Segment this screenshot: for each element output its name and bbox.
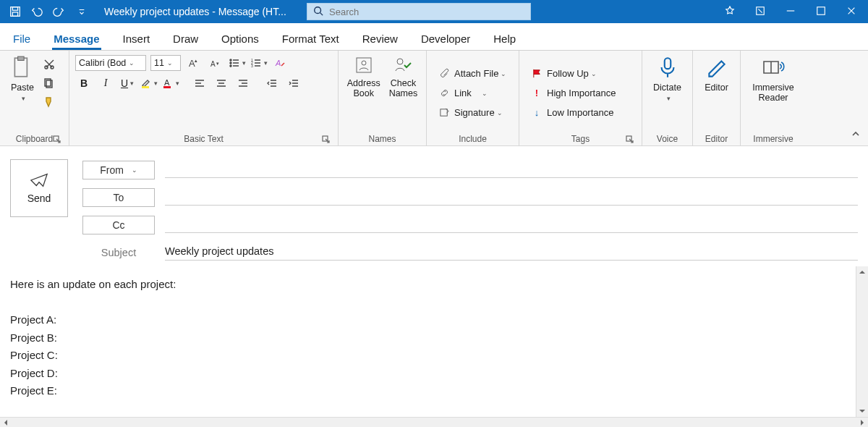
signature-icon xyxy=(437,107,451,118)
cc-field[interactable] xyxy=(165,217,858,233)
tab-message[interactable]: Message xyxy=(52,33,101,50)
search-input[interactable] xyxy=(329,7,524,17)
qat-customize-icon[interactable] xyxy=(78,5,85,18)
body-line: Project D: xyxy=(10,365,858,382)
vertical-scrollbar[interactable] xyxy=(856,266,868,417)
svg-rect-24 xyxy=(142,86,149,88)
bold-button[interactable]: B xyxy=(75,75,93,91)
tab-file[interactable]: File xyxy=(12,33,32,50)
copy-button[interactable] xyxy=(41,75,58,91)
immersive-reader-button[interactable]: Immersive Reader xyxy=(748,54,799,132)
clear-formatting-button[interactable]: A xyxy=(272,55,289,71)
dialog-launcher-clipboard[interactable] xyxy=(53,135,61,144)
bullets-button[interactable]: ▾ xyxy=(229,55,246,71)
tab-format-text[interactable]: Format Text xyxy=(281,33,341,50)
subject-label: Subject xyxy=(82,247,155,258)
scroll-down-icon[interactable] xyxy=(856,405,868,417)
group-basic-text: Calibri (Bod⌄ 11⌄ A▴ A▾ ▾ 123▾ A B I U▾ … xyxy=(69,51,339,145)
font-family-select[interactable]: Calibri (Bod⌄ xyxy=(75,55,146,71)
editor-button[interactable]: Editor xyxy=(700,54,733,132)
italic-button[interactable]: I xyxy=(97,75,114,91)
svg-point-30 xyxy=(397,59,403,64)
svg-rect-31 xyxy=(440,109,446,116)
tab-draw[interactable]: Draw xyxy=(171,33,200,50)
tab-insert[interactable]: Insert xyxy=(122,33,152,50)
svg-point-29 xyxy=(362,61,366,65)
from-button[interactable]: From ⌄ xyxy=(82,161,155,179)
send-button[interactable]: Send xyxy=(10,159,68,217)
minimize-icon[interactable] xyxy=(786,6,796,18)
quick-access-toolbar xyxy=(0,5,85,18)
search-box[interactable] xyxy=(307,3,531,20)
to-field[interactable] xyxy=(165,190,858,206)
signature-button[interactable]: Signature⌄ xyxy=(437,104,503,122)
dialog-launcher-tags[interactable] xyxy=(626,135,634,144)
coming-soon-icon[interactable] xyxy=(725,6,735,18)
tab-options[interactable]: Options xyxy=(220,33,260,50)
microphone-icon xyxy=(655,55,680,80)
display-options-icon[interactable] xyxy=(755,6,765,18)
numbering-button[interactable]: 123▾ xyxy=(250,55,268,71)
scroll-up-icon[interactable] xyxy=(856,266,868,278)
high-importance-button[interactable]: !High Importance xyxy=(529,85,616,102)
highlight-button[interactable]: ▾ xyxy=(140,75,158,91)
follow-up-button[interactable]: Follow Up⌄ xyxy=(529,65,597,83)
subject-field[interactable]: Weekly project updates xyxy=(165,245,858,261)
to-button[interactable]: To xyxy=(82,188,155,207)
svg-text:A: A xyxy=(210,60,216,68)
dictate-button[interactable]: Dictate▾ xyxy=(649,54,686,132)
dialog-launcher-basic-text[interactable] xyxy=(322,135,331,144)
svg-rect-0 xyxy=(11,7,20,17)
cut-button[interactable] xyxy=(41,56,58,72)
check-names-icon xyxy=(393,55,413,75)
group-title-voice: Voice xyxy=(648,134,686,144)
message-body[interactable]: Here is an update on each project: Proje… xyxy=(0,269,868,407)
font-color-button[interactable]: A▾ xyxy=(162,75,179,91)
group-clipboard: Paste▾ Clipboard xyxy=(0,51,69,145)
low-importance-button[interactable]: ↓Low Importance xyxy=(529,104,614,122)
save-icon[interactable] xyxy=(9,5,22,18)
align-left-button[interactable] xyxy=(191,75,208,91)
svg-rect-5 xyxy=(817,7,825,14)
shrink-font-button[interactable]: A▾ xyxy=(207,55,224,71)
chevron-down-icon: ⌄ xyxy=(129,59,135,67)
scroll-left-icon[interactable] xyxy=(0,418,12,427)
ribbon-tabs: File Message Insert Draw Options Format … xyxy=(0,23,868,51)
maximize-icon[interactable] xyxy=(816,6,826,18)
align-center-button[interactable] xyxy=(213,75,230,91)
from-field[interactable] xyxy=(165,162,858,178)
title-bar: Weekly project updates - Message (HT... xyxy=(0,0,868,23)
cc-button[interactable]: Cc xyxy=(82,216,155,234)
horizontal-scrollbar[interactable] xyxy=(0,417,868,427)
collapse-ribbon-button[interactable] xyxy=(851,129,861,141)
attach-file-button[interactable]: Attach File⌄ xyxy=(437,65,506,83)
svg-text:▴: ▴ xyxy=(195,58,197,63)
close-icon[interactable] xyxy=(846,6,856,18)
font-size-select[interactable]: 11⌄ xyxy=(150,55,181,71)
underline-button[interactable]: U▾ xyxy=(119,75,136,91)
tab-developer[interactable]: Developer xyxy=(420,33,472,50)
increase-indent-button[interactable] xyxy=(285,75,302,91)
body-line: Project A: xyxy=(10,312,858,329)
editor-label: Editor xyxy=(705,83,728,93)
group-title-editor: Editor xyxy=(699,134,734,144)
format-painter-button[interactable] xyxy=(41,94,58,110)
check-names-label: Check Names xyxy=(389,78,418,99)
body-line: Here is an update on each project: xyxy=(10,276,858,293)
grow-font-button[interactable]: A▴ xyxy=(185,55,203,71)
undo-icon[interactable] xyxy=(30,5,43,18)
svg-text:▾: ▾ xyxy=(216,61,219,66)
decrease-indent-button[interactable] xyxy=(263,75,281,91)
group-immersive: Immersive Reader Immersive xyxy=(741,51,806,145)
tab-help[interactable]: Help xyxy=(492,33,517,50)
redo-icon[interactable] xyxy=(52,5,65,18)
paste-button[interactable]: Paste▾ xyxy=(6,54,39,132)
scroll-right-icon[interactable] xyxy=(856,418,868,427)
align-right-button[interactable] xyxy=(234,75,252,91)
link-button[interactable]: Link⌄ xyxy=(437,85,488,102)
editor-icon xyxy=(705,55,729,80)
tab-review[interactable]: Review xyxy=(361,33,399,50)
address-book-button[interactable]: Address Book xyxy=(343,54,385,132)
check-names-button[interactable]: Check Names xyxy=(385,54,422,132)
chevron-down-icon: ▾ xyxy=(22,95,25,102)
